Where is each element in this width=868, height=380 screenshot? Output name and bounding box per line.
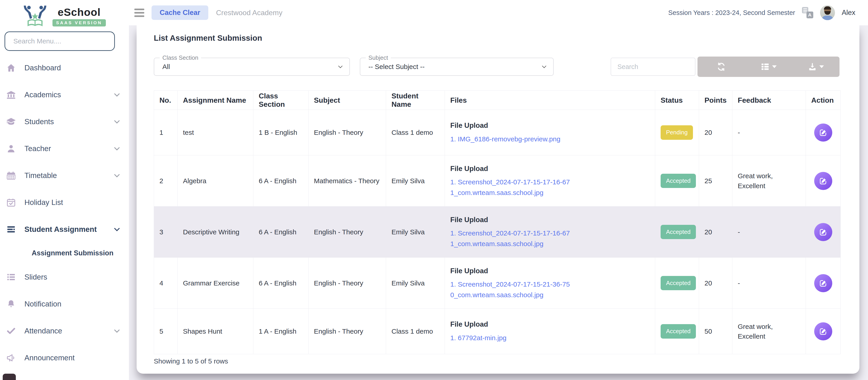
sidebar-menu: Dashboard Academics Students Teacher: [0, 54, 129, 371]
sidebar-item-holiday-list[interactable]: Holiday List: [0, 189, 129, 216]
sidebar-item-label: Sliders: [24, 273, 47, 281]
brand: eSchool SAAS VERSION: [22, 6, 129, 26]
edit-button[interactable]: [814, 124, 832, 141]
calendar-icon: [6, 170, 16, 181]
cell-feedback: Great work, Excellent: [732, 155, 806, 207]
sidebar-item-timetable[interactable]: Timetable: [0, 162, 129, 189]
assignment-table: No. Assignment Name Class Section Subjec…: [154, 91, 841, 354]
cell-action: [806, 258, 841, 309]
cell-feedback: Great work, Excellent: [732, 309, 806, 354]
assignment-list-icon: [6, 224, 16, 234]
sidebar-item-attendance[interactable]: Attendance: [0, 317, 129, 344]
edit-icon: [819, 227, 828, 236]
col-student-name: Student Name: [386, 91, 445, 110]
sidebar-item-label: Teacher: [24, 144, 51, 153]
chevron-down-icon: [337, 64, 344, 70]
cell-status: Accepted: [655, 207, 699, 258]
brand-badge: SAAS VERSION: [53, 19, 106, 27]
file-link[interactable]: 1. 67792at-min.jpg: [450, 333, 574, 343]
cell-student: Emily Silva: [386, 258, 445, 309]
user-name[interactable]: Alex: [842, 9, 855, 17]
sidebar-item-notification[interactable]: Notification: [0, 290, 129, 317]
eschool-logo-icon: [22, 5, 49, 27]
file-link[interactable]: 1. IMG_6186-removebg-preview.png: [450, 134, 574, 145]
edit-button[interactable]: [814, 274, 832, 292]
cell-subject: English - Theory: [308, 258, 386, 309]
class-section-select[interactable]: Class Section All: [154, 58, 350, 76]
table-row: 4 Grammar Exercise 6 A - English English…: [154, 258, 841, 309]
brand-name: eSchool: [58, 6, 101, 18]
sidebar-item-student-assignment[interactable]: Student Assignment: [0, 216, 129, 243]
columns-icon: [761, 62, 770, 71]
chevron-down-icon: [113, 327, 121, 335]
hamburger-menu-icon[interactable]: [132, 7, 146, 19]
sidebar-item-label: Holiday List: [24, 198, 63, 207]
cell-feedback: -: [732, 207, 806, 258]
status-badge: Accepted: [661, 276, 696, 290]
cell-assignment: Descriptive Writing: [178, 207, 253, 258]
table-search-input[interactable]: [611, 58, 695, 76]
sidebar-item-announcement[interactable]: Announcement: [0, 344, 129, 371]
cell-no: 4: [154, 258, 178, 309]
sidebar-item-label: Dashboard: [24, 64, 61, 72]
file-link[interactable]: 1. Screenshot_2024-07-17-15-17-16-671_co…: [450, 228, 574, 249]
cell-points: 50: [699, 309, 732, 354]
export-button[interactable]: [792, 57, 839, 77]
edit-icon: [819, 327, 828, 336]
chevron-down-icon: [113, 118, 121, 126]
user-avatar[interactable]: [820, 5, 835, 20]
refresh-button[interactable]: [698, 57, 745, 77]
sidebar-subitem-label: Assignment Submission: [32, 249, 114, 257]
check-icon: [6, 326, 16, 336]
cell-subject: English - Theory: [308, 207, 386, 258]
refresh-icon: [716, 62, 726, 71]
edit-button[interactable]: [814, 223, 832, 241]
translate-icon[interactable]: A: [802, 7, 813, 18]
cell-files: File Upload 1. IMG_6186-removebg-preview…: [445, 110, 655, 155]
sidebar-item-label: Student Assignment: [24, 225, 97, 234]
cell-class-section: 1 B - English: [253, 110, 308, 155]
cell-points: 20: [699, 110, 732, 155]
file-link[interactable]: 1. Screenshot_2024-07-17-15-17-16-671_co…: [450, 177, 574, 198]
cell-class-section: 6 A - English: [253, 258, 308, 309]
edit-button[interactable]: [814, 172, 832, 190]
cell-feedback: -: [732, 110, 806, 155]
cell-status: Pending: [655, 110, 699, 155]
sidebar-item-teacher[interactable]: Teacher: [0, 135, 129, 162]
columns-button[interactable]: [745, 57, 792, 77]
cell-class-section: 6 A - English: [253, 155, 308, 207]
cell-status: Accepted: [655, 258, 699, 309]
col-feedback: Feedback: [732, 91, 806, 110]
file-link[interactable]: 1. Screenshot_2024-07-17-15-21-36-750_co…: [450, 279, 574, 300]
sidebar-item-assignment-submission[interactable]: Assignment Submission: [0, 243, 129, 263]
class-section-value: All: [162, 63, 170, 70]
file-upload-label: File Upload: [450, 121, 650, 131]
sidebar-search-input[interactable]: [4, 31, 115, 51]
sidebar-item-academics[interactable]: Academics: [0, 81, 129, 108]
class-section-label: Class Section: [160, 54, 201, 61]
chevron-down-icon: [541, 64, 547, 70]
sidebar-item-sliders[interactable]: Sliders: [0, 263, 129, 290]
home-icon: [6, 63, 16, 73]
cell-assignment: Algebra: [178, 155, 253, 207]
cache-clear-button[interactable]: Cache Clear: [152, 5, 208, 20]
cell-assignment: test: [178, 110, 253, 155]
chevron-down-icon: [113, 172, 121, 179]
chevron-down-icon: [113, 145, 121, 153]
cell-points: 20: [699, 258, 732, 309]
sidebar-item-dashboard[interactable]: Dashboard: [0, 54, 129, 81]
cell-files: File Upload 1. 67792at-min.jpg: [445, 309, 655, 354]
sidebar-item-label: Timetable: [24, 171, 57, 180]
subject-select[interactable]: Subject -- Select Subject --: [360, 58, 554, 76]
cell-class-section: 1 A - English: [253, 309, 308, 354]
subject-label: Subject: [366, 54, 391, 61]
status-badge: Pending: [661, 125, 693, 140]
cell-assignment: Grammar Exercise: [178, 258, 253, 309]
cell-status: Accepted: [655, 155, 699, 207]
table-row: 3 Descriptive Writing 6 A - English Engl…: [154, 207, 841, 258]
caret-down-icon: [772, 65, 777, 68]
edit-icon: [819, 279, 828, 288]
sidebar-item-students[interactable]: Students: [0, 108, 129, 135]
table-header-row: No. Assignment Name Class Section Subjec…: [154, 91, 841, 110]
edit-button[interactable]: [814, 322, 832, 340]
